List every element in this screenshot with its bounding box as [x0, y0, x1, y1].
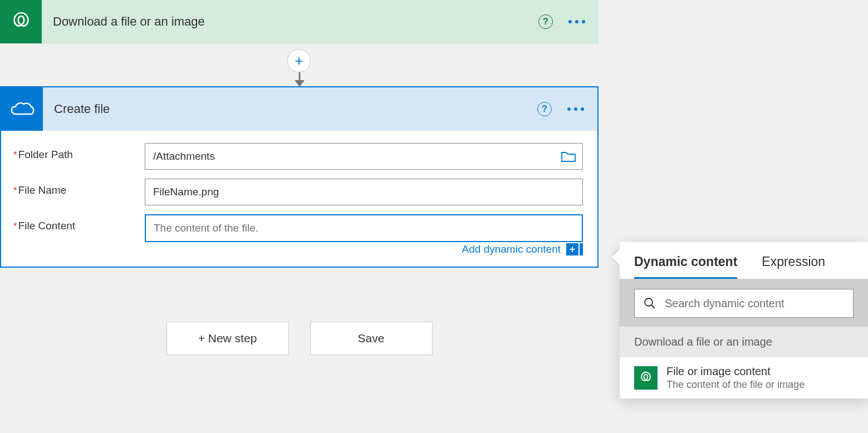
- bottom-buttons: + New step Save: [0, 322, 599, 355]
- plus-icon: +: [566, 243, 578, 255]
- arrow-down-icon: [292, 71, 307, 88]
- step-header[interactable]: Create file ?: [1, 87, 597, 131]
- tab-expression[interactable]: Expression: [762, 254, 825, 279]
- help-icon[interactable]: ?: [537, 102, 552, 116]
- folder-icon: [561, 150, 576, 163]
- field-folder-path: Folder Path: [13, 143, 583, 170]
- tab-dynamic-content[interactable]: Dynamic content: [634, 254, 737, 279]
- plus-icon: +: [295, 53, 303, 68]
- item-subtitle: The content of the file or image: [666, 379, 805, 391]
- step-download-file[interactable]: Download a file or an image ?: [0, 0, 599, 43]
- save-button[interactable]: Save: [310, 322, 433, 355]
- more-icon[interactable]: [568, 20, 585, 23]
- dynamic-content-panel: Dynamic content Expression Download a fi…: [620, 242, 868, 398]
- step-title: Create file: [43, 102, 537, 116]
- field-file-content: File Content: [13, 214, 583, 242]
- insert-step-button[interactable]: +: [287, 49, 311, 72]
- svg-marker-1: [295, 80, 305, 87]
- item-text: File or image content The content of the…: [666, 365, 805, 391]
- new-step-button[interactable]: + New step: [166, 322, 289, 355]
- search-field[interactable]: [634, 289, 854, 318]
- item-title: File or image content: [666, 365, 805, 378]
- file-content-input[interactable]: [145, 214, 583, 242]
- folder-picker-button[interactable]: [555, 144, 582, 169]
- more-icon[interactable]: [567, 107, 584, 111]
- dataverse-icon: [634, 366, 658, 390]
- add-dynamic-content-link[interactable]: Add dynamic content: [462, 243, 561, 255]
- search-input[interactable]: [665, 297, 844, 310]
- search-icon: [644, 297, 656, 309]
- field-label: File Content: [13, 214, 145, 232]
- step-create-file: Create file ? Folder Path File Name File…: [0, 86, 599, 268]
- dynamic-content-toggle[interactable]: +: [566, 243, 583, 255]
- search-wrap: [620, 279, 868, 327]
- toggle-bar: [580, 243, 583, 255]
- field-label: Folder Path: [13, 143, 145, 161]
- add-dynamic-content-row: Add dynamic content +: [13, 243, 583, 255]
- file-name-input[interactable]: [145, 179, 583, 205]
- step-title: Download a file or an image: [42, 14, 538, 29]
- step-body: Folder Path File Name File Content Add d…: [1, 131, 597, 267]
- panel-pointer: [612, 249, 620, 265]
- panel-tabs: Dynamic content Expression: [620, 242, 868, 279]
- svg-point-2: [645, 298, 653, 306]
- step-header[interactable]: Download a file or an image ?: [0, 0, 599, 43]
- group-header: Download a file or an image: [620, 327, 868, 357]
- field-file-name: File Name: [13, 179, 583, 205]
- dynamic-content-item[interactable]: File or image content The content of the…: [620, 357, 868, 398]
- dataverse-icon: [0, 0, 42, 43]
- svg-line-3: [651, 305, 655, 308]
- onedrive-icon: [1, 87, 43, 131]
- field-label: File Name: [13, 179, 145, 196]
- folder-path-input[interactable]: [145, 143, 583, 170]
- help-icon[interactable]: ?: [538, 14, 553, 29]
